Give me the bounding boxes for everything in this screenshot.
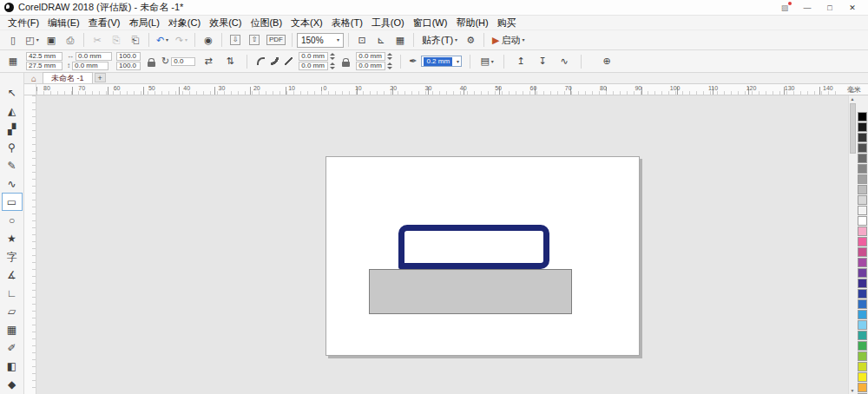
- paste-button[interactable]: ⎗: [127, 31, 144, 49]
- corner-radius-br-field[interactable]: 0.0 mm: [356, 62, 385, 70]
- size-height-field[interactable]: 0.0 mm: [72, 62, 108, 70]
- stepper[interactable]: [330, 62, 335, 69]
- interactive-fill-tool[interactable]: ◧: [2, 357, 23, 375]
- shape-tool[interactable]: ◭: [2, 102, 23, 120]
- snap-to-button[interactable]: 贴齐(T) ▾: [418, 31, 461, 49]
- to-front-button[interactable]: ↥: [512, 53, 529, 70]
- new-tab-button[interactable]: +: [95, 73, 106, 82]
- scroll-up-button[interactable]: ▲: [851, 96, 855, 102]
- stepper[interactable]: [387, 62, 392, 69]
- undo-button[interactable]: ↶ ▾: [154, 31, 171, 49]
- color-swatch[interactable]: [858, 143, 867, 153]
- color-swatch[interactable]: [858, 268, 867, 278]
- menu-item[interactable]: 编辑(E): [43, 16, 84, 30]
- rotation-angle-field[interactable]: 0.0: [171, 57, 195, 66]
- show-rulers-button[interactable]: ⊾: [372, 31, 390, 49]
- round-corner-button[interactable]: [255, 56, 266, 67]
- position-x-field[interactable]: 42.5 mm: [26, 52, 62, 61]
- menu-item[interactable]: 布局(L): [124, 16, 163, 30]
- print-button[interactable]: ⎙: [62, 31, 79, 49]
- rectangle-tool[interactable]: ▭: [2, 193, 23, 211]
- vertical-scrollbar[interactable]: ▲ ▼: [848, 95, 856, 394]
- welcome-tab[interactable]: ⌂: [27, 73, 41, 83]
- drawing-page[interactable]: [326, 156, 640, 356]
- mirror-horizontal-button[interactable]: ⇄: [200, 53, 217, 70]
- whats-new-icon[interactable]: ▨: [773, 0, 796, 15]
- lock-corner-radius-button[interactable]: [339, 54, 352, 69]
- color-swatch[interactable]: [858, 372, 867, 382]
- color-swatch[interactable]: [858, 112, 867, 121]
- new-document-button[interactable]: ▯: [4, 31, 22, 49]
- show-grid-button[interactable]: ▦: [391, 31, 409, 49]
- redo-button[interactable]: ↷ ▾: [173, 31, 190, 49]
- color-swatch[interactable]: [858, 279, 867, 288]
- book-cover-shape[interactable]: [398, 225, 549, 269]
- color-swatch[interactable]: [858, 320, 867, 330]
- scroll-down-button[interactable]: ▼: [851, 388, 855, 393]
- canvas[interactable]: [36, 95, 848, 394]
- color-swatch[interactable]: [858, 185, 867, 194]
- zoom-level-combo[interactable]: 150% ▾: [297, 33, 344, 48]
- export-button[interactable]: ⇧: [246, 31, 263, 49]
- color-swatch[interactable]: [858, 331, 867, 340]
- menu-item[interactable]: 文本(X): [286, 16, 327, 30]
- polygon-tool[interactable]: ★: [2, 229, 23, 247]
- vertical-ruler[interactable]: [24, 95, 36, 394]
- convert-to-curves-button[interactable]: ∿: [556, 53, 573, 70]
- color-swatch[interactable]: [858, 164, 867, 174]
- menu-item[interactable]: 工具(O): [367, 16, 409, 30]
- mirror-vertical-button[interactable]: ⇅: [221, 53, 239, 70]
- ellipse-tool[interactable]: ○: [2, 211, 23, 229]
- text-tool[interactable]: 字: [2, 247, 23, 266]
- launch-button[interactable]: ▶ 启动 ▾: [489, 31, 528, 49]
- freehand-tool[interactable]: ✎: [2, 156, 23, 174]
- open-button[interactable]: ◰ ▾: [23, 31, 41, 49]
- smart-fill-tool[interactable]: ◆: [2, 375, 23, 393]
- horizontal-ruler[interactable]: 8070605040302010010203040506070809010011…: [24, 84, 868, 95]
- color-swatch[interactable]: [858, 341, 867, 351]
- color-swatch[interactable]: [858, 227, 867, 236]
- wrap-text-button[interactable]: ▤ ▾: [478, 53, 496, 70]
- color-swatch[interactable]: [858, 299, 867, 309]
- color-swatch[interactable]: [858, 237, 867, 246]
- scalloped-corner-button[interactable]: [269, 56, 280, 67]
- search-content-button[interactable]: ◉: [200, 31, 217, 49]
- color-swatch[interactable]: [858, 383, 867, 392]
- pick-tool[interactable]: ↖: [2, 83, 23, 102]
- connector-tool[interactable]: ∟: [2, 284, 23, 302]
- zoom-tool[interactable]: ⚲: [2, 138, 23, 156]
- pdf-button[interactable]: PDF: [265, 31, 287, 49]
- transparency-tool[interactable]: ▦: [2, 320, 23, 338]
- menu-item[interactable]: 表格(T): [327, 16, 367, 30]
- color-swatch[interactable]: [858, 154, 867, 163]
- copy-button[interactable]: ⎘: [108, 31, 125, 49]
- scale-x-field[interactable]: 100.0: [116, 52, 141, 61]
- chamfered-corner-button[interactable]: [283, 56, 294, 67]
- color-swatch[interactable]: [858, 133, 867, 142]
- color-swatch[interactable]: [858, 174, 867, 184]
- color-swatch[interactable]: [858, 206, 867, 215]
- maximize-button[interactable]: □: [819, 0, 841, 15]
- menu-item[interactable]: 查看(V): [84, 16, 125, 30]
- corner-radius-tr-field[interactable]: 0.0 mm: [356, 52, 385, 61]
- corner-radius-tl-field[interactable]: 0.0 mm: [299, 52, 328, 61]
- lock-ratio-button[interactable]: [145, 54, 157, 69]
- import-button[interactable]: ⇩: [227, 31, 244, 49]
- fullscreen-preview-button[interactable]: ⊡: [353, 31, 371, 49]
- color-swatch[interactable]: [858, 351, 867, 361]
- menu-item[interactable]: 文件(F): [3, 16, 43, 30]
- menu-item[interactable]: 对象(C): [164, 16, 205, 30]
- menu-item[interactable]: 帮助(H): [451, 16, 492, 30]
- menu-item[interactable]: 窗口(W): [409, 16, 452, 30]
- base-rectangle-shape[interactable]: [369, 269, 572, 314]
- stepper[interactable]: [330, 53, 335, 60]
- color-swatch[interactable]: [858, 122, 867, 132]
- quick-customize-button[interactable]: ⊕: [598, 53, 615, 70]
- to-back-button[interactable]: ↧: [534, 53, 551, 70]
- cut-button[interactable]: ✂: [89, 31, 106, 49]
- color-swatch[interactable]: [858, 258, 867, 267]
- close-button[interactable]: ✕: [841, 0, 864, 15]
- color-eyedropper-tool[interactable]: ✐: [2, 338, 23, 357]
- color-swatch[interactable]: [858, 195, 867, 205]
- minimize-button[interactable]: —: [796, 0, 819, 15]
